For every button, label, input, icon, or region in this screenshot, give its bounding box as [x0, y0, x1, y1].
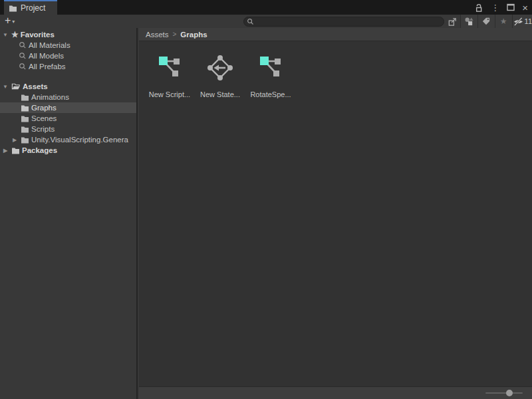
breadcrumb: Assets > Graphs — [139, 28, 532, 41]
status-bar — [139, 386, 532, 399]
tag-icon — [481, 17, 491, 26]
sidebar-item-label: Favorites — [21, 31, 55, 39]
folder-icon — [21, 126, 29, 133]
plus-icon: + — [5, 15, 11, 26]
asset-item-label: RotateSpe... — [250, 90, 291, 98]
unlock-icon[interactable] — [474, 3, 483, 13]
asset-item-new-script[interactable]: New Script... — [144, 55, 195, 98]
sidebar-item-assets[interactable]: ▼ Assets — [0, 81, 136, 92]
search-icon — [247, 18, 254, 25]
folder-open-icon — [11, 82, 21, 90]
folder-icon — [21, 94, 29, 101]
star-icon: ★ — [500, 17, 507, 25]
project-sidebar: ▼ ★ Favorites All Materials All Models A… — [0, 28, 138, 399]
expander-open-icon[interactable]: ▼ — [1, 84, 9, 90]
slider-knob[interactable] — [506, 390, 513, 396]
sidebar-item-label: Graphs — [31, 104, 57, 112]
folder-icon — [21, 136, 29, 144]
sidebar-item-scripts[interactable]: Scripts — [0, 124, 136, 134]
search-by-type-button[interactable] — [460, 15, 477, 28]
sidebar-item-label: Scripts — [31, 125, 55, 133]
folder-icon — [21, 115, 29, 122]
sidebar-item-label: Unity.VisualScripting.Genera — [31, 136, 128, 144]
folder-icon — [9, 5, 17, 12]
tab-project[interactable]: Project — [4, 0, 57, 15]
sidebar-item-label: Animations — [31, 93, 69, 101]
asset-item-new-state[interactable]: New State... — [195, 55, 245, 98]
folder-icon — [21, 104, 29, 112]
search-icon — [19, 52, 27, 60]
expander-open-icon[interactable]: ▼ — [1, 32, 9, 38]
sidebar-item-unity-visualscripting[interactable]: ▶ Unity.VisualScripting.Genera — [0, 134, 136, 145]
sidebar-item-animations[interactable]: Animations — [0, 92, 136, 102]
eye-slash-icon — [513, 17, 524, 27]
sidebar-item-all-models[interactable]: All Models — [0, 51, 136, 61]
asset-item-rotatespe[interactable]: RotateSpe... — [245, 55, 296, 98]
search-input[interactable] — [254, 17, 441, 26]
kebab-icon[interactable]: ⋮ — [491, 3, 499, 12]
state-graph-icon — [207, 55, 233, 81]
expander-closed-icon[interactable]: ▶ — [1, 148, 9, 154]
close-icon[interactable]: × — [522, 3, 528, 13]
chevron-down-icon: ▾ — [12, 19, 15, 25]
expander-closed-icon[interactable]: ▶ — [11, 137, 19, 143]
titlebar-controls: ⋮ × — [474, 0, 528, 15]
search-icon — [19, 63, 27, 70]
breadcrumb-root[interactable]: Assets — [146, 31, 169, 39]
asset-item-label: New Script... — [149, 90, 190, 98]
create-asset-button[interactable]: + ▾ — [5, 15, 15, 28]
asset-grid: New Script... New State... — [139, 41, 532, 98]
maximize-icon[interactable] — [507, 3, 515, 11]
project-toolbar: + ▾ ★ — [0, 15, 532, 28]
tab-strip: Project ⋮ × — [0, 0, 532, 15]
tab-label: Project — [21, 3, 45, 13]
sidebar-item-label: All Prefabs — [29, 63, 66, 70]
sidebar-item-label: Assets — [23, 82, 48, 90]
star-icon: ★ — [11, 31, 19, 39]
search-by-type-icon — [464, 17, 474, 26]
breadcrumb-current[interactable]: Graphs — [180, 31, 207, 39]
sidebar-item-label: All Materials — [29, 41, 70, 49]
script-graph-icon — [156, 55, 183, 81]
chevron-right-icon: > — [173, 31, 177, 38]
search-favorites-button[interactable]: ★ — [495, 15, 512, 28]
sidebar-item-all-materials[interactable]: All Materials — [0, 40, 136, 51]
sidebar-item-all-prefabs[interactable]: All Prefabs — [0, 61, 136, 72]
open-in-icon — [448, 17, 458, 27]
search-field[interactable] — [243, 17, 444, 27]
sidebar-item-label: All Models — [29, 52, 64, 60]
asset-item-label: New State... — [200, 90, 240, 98]
sidebar-item-scenes[interactable]: Scenes — [0, 113, 136, 124]
sidebar-item-graphs[interactable]: Graphs — [0, 102, 136, 113]
search-icon — [19, 41, 27, 49]
search-filter-group: ★ 11 — [460, 15, 532, 28]
hidden-items-count: 11 — [525, 17, 532, 25]
sidebar-item-packages[interactable]: ▶ Packages — [0, 145, 136, 156]
search-by-label-button[interactable] — [477, 15, 495, 28]
folder-icon — [11, 147, 20, 154]
hidden-items-button[interactable]: 11 — [512, 15, 532, 28]
open-in-picker-button[interactable] — [446, 16, 458, 27]
asset-browser-panel: Assets > Graphs New Script... — [139, 28, 532, 399]
thumbnail-size-slider[interactable] — [485, 392, 523, 394]
sidebar-item-label: Packages — [22, 146, 57, 154]
sidebar-item-favorites[interactable]: ▼ ★ Favorites — [0, 29, 136, 40]
sidebar-item-label: Scenes — [31, 114, 57, 122]
script-graph-icon — [257, 55, 284, 81]
